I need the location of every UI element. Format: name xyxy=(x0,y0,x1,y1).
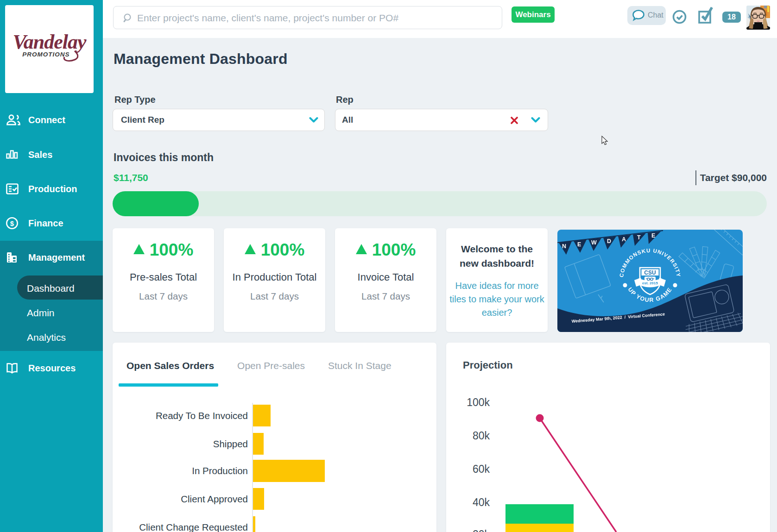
svg-text:E: E xyxy=(577,241,581,248)
svg-text:W: W xyxy=(591,239,597,246)
svg-text:80k: 80k xyxy=(473,430,490,442)
svg-text:N: N xyxy=(562,243,566,250)
svg-text:60k: 60k xyxy=(473,463,490,475)
svg-text:Client Approved: Client Approved xyxy=(181,494,248,504)
svg-text:20k: 20k xyxy=(473,528,490,532)
svg-text:D: D xyxy=(607,238,611,244)
svg-text:T: T xyxy=(637,234,641,241)
svg-text:CSU: CSU xyxy=(644,269,656,276)
svg-text:Client Change Requested: Client Change Requested xyxy=(139,522,248,532)
svg-text:A: A xyxy=(622,236,626,243)
svg-text:Ready To Be Invoiced: Ready To Be Invoiced xyxy=(156,410,248,421)
svg-text:Shipped: Shipped xyxy=(213,438,248,449)
svg-text:100k: 100k xyxy=(467,396,490,408)
svg-text:In Production: In Production xyxy=(192,465,248,476)
svg-text:est. 2015: est. 2015 xyxy=(642,281,658,285)
svg-text:E: E xyxy=(651,232,655,239)
svg-text:$: $ xyxy=(10,219,14,227)
svg-text:40k: 40k xyxy=(473,496,490,508)
